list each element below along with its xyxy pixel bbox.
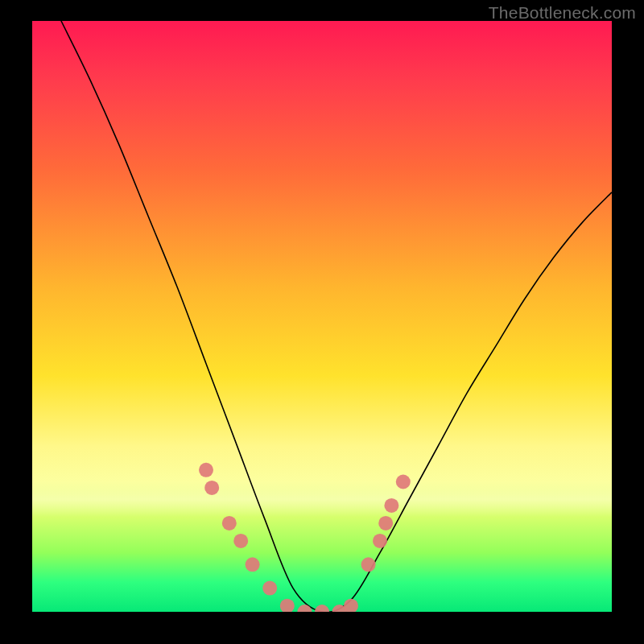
watermark-text: TheBottleneck.com: [489, 3, 636, 23]
chart-stage: TheBottleneck.com: [0, 0, 644, 644]
plot-gradient-background: [32, 21, 612, 612]
